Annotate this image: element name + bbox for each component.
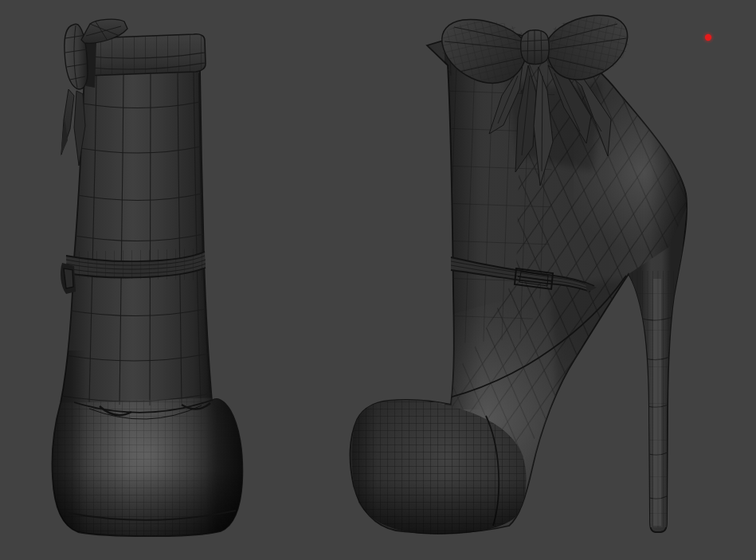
viewport-canvas[interactable] [0, 0, 756, 560]
record-dot-icon [705, 34, 711, 41]
record-indicator [702, 31, 715, 44]
3d-viewport[interactable] [0, 0, 756, 560]
side-heel-highlight [653, 279, 661, 526]
